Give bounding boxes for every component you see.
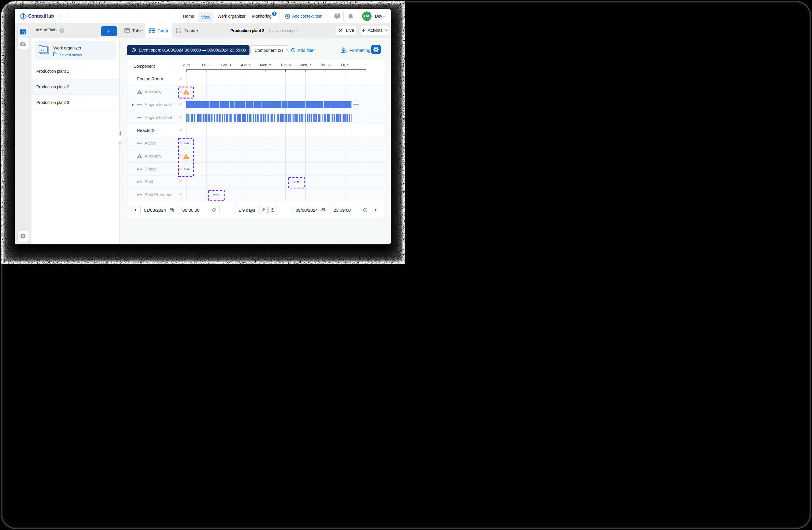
- svg-text:?: ?: [336, 14, 338, 18]
